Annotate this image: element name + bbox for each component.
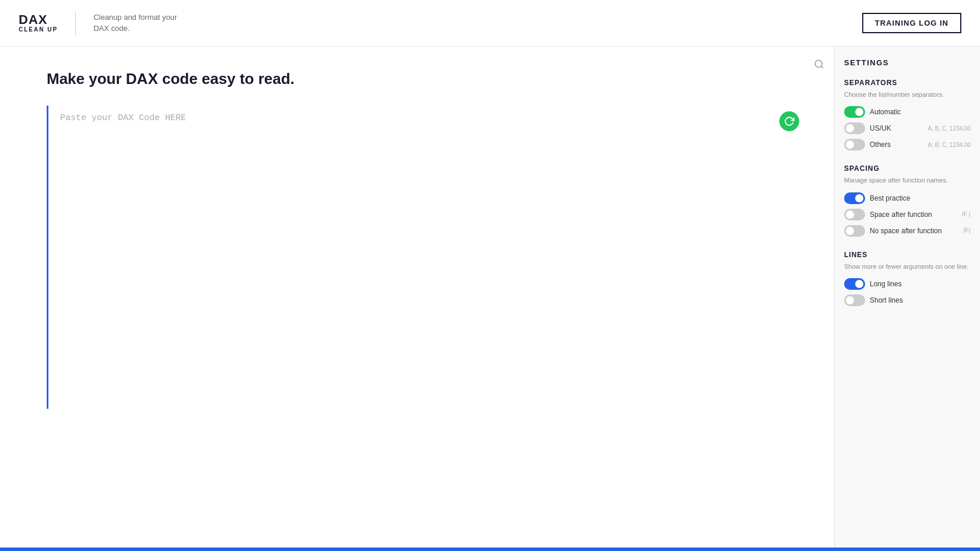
spacing-bestpractice-label: Best practice <box>870 194 971 202</box>
separators-section: SEPARATORS Choose the list/number separa… <box>844 79 971 150</box>
spacing-title: SPACING <box>844 164 971 173</box>
lines-short-toggle[interactable] <box>844 294 865 306</box>
lines-short-row: Short lines <box>844 294 971 306</box>
separator-usuk-toggle[interactable] <box>844 122 865 134</box>
lines-long-row: Long lines <box>844 278 971 290</box>
separator-usuk-row: US/UK A, B, C, 1234.00 <box>844 122 971 134</box>
lines-title: LINES <box>844 251 971 259</box>
separator-others-label: Others <box>870 141 923 149</box>
footer-bar <box>0 548 980 551</box>
settings-panel: SETTINGS SEPARATORS Choose the list/numb… <box>834 47 980 548</box>
spacing-nospace-label: No space after function <box>870 227 959 235</box>
separator-automatic-toggle[interactable] <box>844 106 865 118</box>
lines-short-label: Short lines <box>870 296 971 304</box>
refresh-icon <box>784 116 794 127</box>
editor-wrapper <box>47 106 957 411</box>
svg-line-1 <box>821 66 822 68</box>
spacing-after-row: Space after function IF ( <box>844 209 971 220</box>
logo: DAX CLEAN UP <box>19 13 58 33</box>
logo-cleanup: CLEAN UP <box>19 26 58 33</box>
refresh-button[interactable] <box>779 111 799 131</box>
separator-usuk-label: US/UK <box>870 124 923 132</box>
separator-automatic-label: Automatic <box>870 108 971 116</box>
spacing-desc: Manage space after function names. <box>844 176 971 185</box>
code-editor[interactable] <box>47 106 811 409</box>
separator-others-hint: A; B; C, 1234.00 <box>928 142 971 148</box>
lines-desc: Show more or fewer arguments on one line… <box>844 262 971 271</box>
logo-dax: DAX <box>19 13 47 26</box>
lines-long-toggle[interactable] <box>844 278 865 290</box>
separator-automatic-row: Automatic <box>844 106 971 118</box>
spacing-nospace-toggle[interactable] <box>844 225 865 237</box>
spacing-bestpractice-row: Best practice <box>844 192 971 204</box>
separator-usuk-hint: A, B, C, 1234.00 <box>928 125 971 132</box>
spacing-nospace-row: No space after function IF( <box>844 225 971 237</box>
separator-others-row: Others A; B; C, 1234.00 <box>844 139 971 150</box>
spacing-after-toggle[interactable] <box>844 209 865 220</box>
page-title: Make your DAX code easy to read. <box>47 70 957 88</box>
separators-desc: Choose the list/number separators. <box>844 90 971 99</box>
header-tagline: Cleanup and format your DAX code. <box>93 12 181 33</box>
spacing-after-label: Space after function <box>870 210 957 219</box>
lines-section: LINES Show more or fewer arguments on on… <box>844 251 971 306</box>
settings-title: SETTINGS <box>844 58 971 67</box>
spacing-nospace-hint: IF( <box>964 227 971 234</box>
logo-divider <box>75 12 76 35</box>
header: DAX CLEAN UP Cleanup and format your DAX… <box>0 0 980 47</box>
spacing-after-hint: IF ( <box>962 211 971 217</box>
spacing-section: SPACING Manage space after function name… <box>844 164 971 236</box>
header-left: DAX CLEAN UP Cleanup and format your DAX… <box>19 12 181 35</box>
main-content: Make your DAX code easy to read. <box>0 47 980 434</box>
training-login-button[interactable]: TRAINING LOG IN <box>862 13 961 33</box>
lines-long-label: Long lines <box>870 280 971 288</box>
separators-title: SEPARATORS <box>844 79 971 87</box>
search-icon[interactable] <box>811 56 827 72</box>
separator-others-toggle[interactable] <box>844 139 865 150</box>
spacing-bestpractice-toggle[interactable] <box>844 192 865 204</box>
